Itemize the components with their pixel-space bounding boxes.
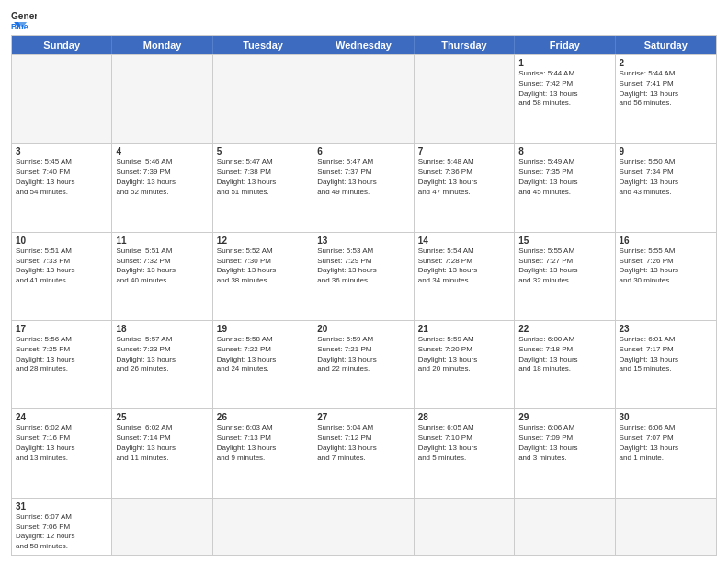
calendar-cell — [112, 55, 212, 143]
header-day-tuesday: Tuesday — [213, 36, 313, 54]
day-number: 12 — [217, 236, 309, 246]
calendar-cell: 9Sunrise: 5:50 AM Sunset: 7:34 PM Daylig… — [616, 144, 716, 231]
svg-text:General: General — [11, 11, 37, 21]
day-info: Sunrise: 5:59 AM Sunset: 7:21 PM Dayligh… — [317, 335, 409, 374]
day-number: 4 — [116, 146, 208, 156]
page-header: General Blue — [11, 9, 717, 29]
calendar-cell: 1Sunrise: 5:44 AM Sunset: 7:42 PM Daylig… — [515, 55, 615, 143]
calendar-week-5: 24Sunrise: 6:02 AM Sunset: 7:16 PM Dayli… — [12, 408, 716, 497]
calendar-cell — [213, 55, 313, 143]
calendar-cell: 20Sunrise: 5:59 AM Sunset: 7:21 PM Dayli… — [313, 321, 414, 408]
day-info: Sunrise: 5:57 AM Sunset: 7:23 PM Dayligh… — [116, 335, 208, 374]
day-number: 13 — [317, 236, 409, 246]
header-day-thursday: Thursday — [415, 36, 515, 54]
day-info: Sunrise: 6:02 AM Sunset: 7:16 PM Dayligh… — [16, 423, 108, 463]
header-day-saturday: Saturday — [616, 36, 716, 54]
day-info: Sunrise: 6:00 AM Sunset: 7:18 PM Dayligh… — [518, 335, 610, 374]
calendar-cell — [313, 55, 414, 143]
calendar-cell: 13Sunrise: 5:53 AM Sunset: 7:29 PM Dayli… — [313, 233, 414, 320]
calendar-week-3: 10Sunrise: 5:51 AM Sunset: 7:33 PM Dayli… — [12, 232, 716, 320]
day-info: Sunrise: 5:55 AM Sunset: 7:26 PM Dayligh… — [620, 247, 712, 286]
calendar-cell: 2Sunrise: 5:44 AM Sunset: 7:41 PM Daylig… — [616, 55, 716, 143]
calendar-body: 1Sunrise: 5:44 AM Sunset: 7:42 PM Daylig… — [12, 54, 716, 555]
calendar-cell: 19Sunrise: 5:58 AM Sunset: 7:22 PM Dayli… — [213, 321, 313, 408]
calendar-cell — [313, 499, 414, 555]
day-number: 28 — [418, 412, 510, 422]
day-number: 3 — [16, 146, 108, 156]
day-info: Sunrise: 6:03 AM Sunset: 7:13 PM Dayligh… — [217, 423, 309, 463]
day-info: Sunrise: 6:05 AM Sunset: 7:10 PM Dayligh… — [418, 423, 510, 463]
day-number: 8 — [518, 146, 610, 156]
logo: General Blue — [11, 9, 37, 29]
day-info: Sunrise: 5:46 AM Sunset: 7:39 PM Dayligh… — [116, 157, 208, 197]
day-info: Sunrise: 5:47 AM Sunset: 7:38 PM Dayligh… — [217, 157, 309, 197]
day-number: 15 — [518, 236, 610, 246]
calendar-week-4: 17Sunrise: 5:56 AM Sunset: 7:25 PM Dayli… — [12, 320, 716, 408]
day-number: 17 — [16, 324, 108, 334]
day-info: Sunrise: 5:53 AM Sunset: 7:29 PM Dayligh… — [317, 247, 409, 286]
day-number: 22 — [518, 324, 610, 334]
calendar-cell — [415, 55, 515, 143]
calendar-cell: 31Sunrise: 6:07 AM Sunset: 7:06 PM Dayli… — [12, 499, 112, 555]
day-number: 14 — [418, 236, 510, 246]
day-number: 30 — [620, 412, 712, 422]
generalblue-logo-icon: General Blue — [11, 9, 37, 29]
day-info: Sunrise: 5:49 AM Sunset: 7:35 PM Dayligh… — [518, 157, 610, 197]
day-info: Sunrise: 5:44 AM Sunset: 7:41 PM Dayligh… — [620, 69, 712, 109]
calendar-cell: 25Sunrise: 6:02 AM Sunset: 7:14 PM Dayli… — [112, 409, 212, 497]
calendar-cell: 23Sunrise: 6:01 AM Sunset: 7:17 PM Dayli… — [616, 321, 716, 408]
day-info: Sunrise: 5:58 AM Sunset: 7:22 PM Dayligh… — [217, 335, 309, 374]
day-number: 26 — [217, 412, 309, 422]
header-day-sunday: Sunday — [12, 36, 112, 54]
svg-text:Blue: Blue — [11, 22, 28, 29]
day-number: 16 — [620, 236, 712, 246]
day-number: 21 — [418, 324, 510, 334]
day-number: 10 — [16, 236, 108, 246]
calendar-cell: 10Sunrise: 5:51 AM Sunset: 7:33 PM Dayli… — [12, 233, 112, 320]
day-number: 29 — [518, 412, 610, 422]
day-info: Sunrise: 6:06 AM Sunset: 7:07 PM Dayligh… — [620, 423, 712, 463]
day-info: Sunrise: 5:47 AM Sunset: 7:37 PM Dayligh… — [317, 157, 409, 197]
day-number: 1 — [518, 58, 610, 68]
calendar-week-1: 1Sunrise: 5:44 AM Sunset: 7:42 PM Daylig… — [12, 54, 716, 143]
calendar-cell: 17Sunrise: 5:56 AM Sunset: 7:25 PM Dayli… — [12, 321, 112, 408]
calendar-cell: 26Sunrise: 6:03 AM Sunset: 7:13 PM Dayli… — [213, 409, 313, 497]
calendar-cell: 22Sunrise: 6:00 AM Sunset: 7:18 PM Dayli… — [515, 321, 615, 408]
day-number: 2 — [620, 58, 712, 68]
day-info: Sunrise: 6:02 AM Sunset: 7:14 PM Dayligh… — [116, 423, 208, 463]
day-info: Sunrise: 5:59 AM Sunset: 7:20 PM Dayligh… — [418, 335, 510, 374]
day-info: Sunrise: 5:44 AM Sunset: 7:42 PM Dayligh… — [518, 69, 610, 109]
calendar-header: SundayMondayTuesdayWednesdayThursdayFrid… — [12, 36, 716, 54]
calendar-cell — [213, 499, 313, 555]
day-info: Sunrise: 5:51 AM Sunset: 7:32 PM Dayligh… — [116, 247, 208, 286]
day-info: Sunrise: 5:55 AM Sunset: 7:27 PM Dayligh… — [518, 247, 610, 286]
day-info: Sunrise: 5:50 AM Sunset: 7:34 PM Dayligh… — [620, 157, 712, 197]
day-number: 27 — [317, 412, 409, 422]
calendar-week-2: 3Sunrise: 5:45 AM Sunset: 7:40 PM Daylig… — [12, 143, 716, 231]
calendar-cell — [112, 499, 212, 555]
day-info: Sunrise: 5:48 AM Sunset: 7:36 PM Dayligh… — [418, 157, 510, 197]
day-info: Sunrise: 6:04 AM Sunset: 7:12 PM Dayligh… — [317, 423, 409, 463]
calendar-cell: 11Sunrise: 5:51 AM Sunset: 7:32 PM Dayli… — [112, 233, 212, 320]
calendar-cell: 18Sunrise: 5:57 AM Sunset: 7:23 PM Dayli… — [112, 321, 212, 408]
day-number: 5 — [217, 146, 309, 156]
calendar-cell: 16Sunrise: 5:55 AM Sunset: 7:26 PM Dayli… — [616, 233, 716, 320]
calendar-cell: 8Sunrise: 5:49 AM Sunset: 7:35 PM Daylig… — [515, 144, 615, 231]
calendar-cell — [515, 499, 615, 555]
day-number: 6 — [317, 146, 409, 156]
day-info: Sunrise: 5:52 AM Sunset: 7:30 PM Dayligh… — [217, 247, 309, 286]
day-number: 7 — [418, 146, 510, 156]
day-number: 11 — [116, 236, 208, 246]
calendar-cell — [415, 499, 515, 555]
calendar-cell: 30Sunrise: 6:06 AM Sunset: 7:07 PM Dayli… — [616, 409, 716, 497]
day-info: Sunrise: 6:07 AM Sunset: 7:06 PM Dayligh… — [16, 512, 108, 552]
calendar-cell: 24Sunrise: 6:02 AM Sunset: 7:16 PM Dayli… — [12, 409, 112, 497]
day-number: 31 — [16, 501, 108, 511]
day-number: 19 — [217, 324, 309, 334]
calendar-cell: 21Sunrise: 5:59 AM Sunset: 7:20 PM Dayli… — [415, 321, 515, 408]
calendar-week-6: 31Sunrise: 6:07 AM Sunset: 7:06 PM Dayli… — [12, 498, 716, 555]
calendar-cell: 7Sunrise: 5:48 AM Sunset: 7:36 PM Daylig… — [415, 144, 515, 231]
day-info: Sunrise: 5:54 AM Sunset: 7:28 PM Dayligh… — [418, 247, 510, 286]
day-number: 9 — [620, 146, 712, 156]
calendar-cell: 27Sunrise: 6:04 AM Sunset: 7:12 PM Dayli… — [313, 409, 414, 497]
